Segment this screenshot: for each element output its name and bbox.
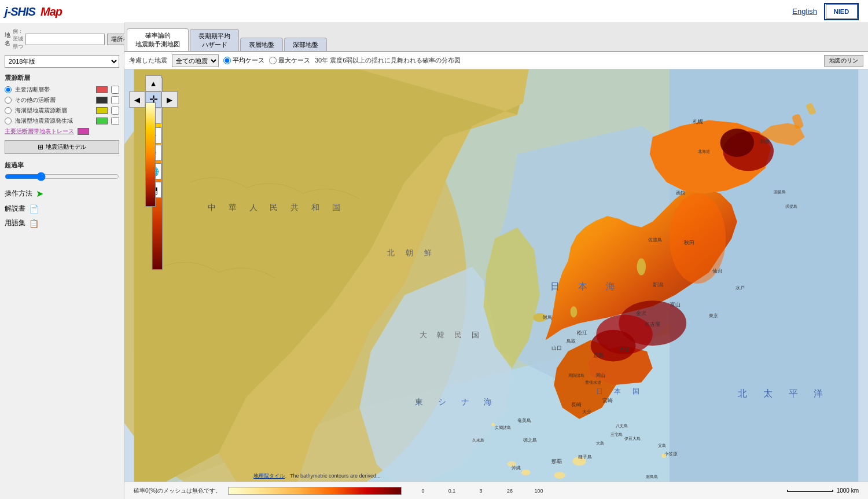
place-input[interactable] xyxy=(25,34,105,45)
svg-point-17 xyxy=(554,472,565,479)
svg-text:大阪: 大阪 xyxy=(619,347,630,353)
how-to-use-link[interactable]: 操作方法 ➤ xyxy=(5,186,119,201)
max-case-input[interactable] xyxy=(269,57,277,64)
svg-text:中　華　人　民　共　和　国: 中 華 人 民 共 和 国 xyxy=(208,203,343,212)
logo-text: j-SHIS Map xyxy=(5,4,62,19)
fault-section-label: 震源断層 xyxy=(5,74,119,82)
fault-check-main[interactable] xyxy=(111,86,119,94)
fault-color-trench-fault xyxy=(96,107,108,114)
svg-text:択捉島: 択捉島 xyxy=(785,204,797,209)
map-canvas: 中 華 人 民 共 和 国 北 朝 鮮 大 韓 民 国 日 本 海 東 シ ナ … xyxy=(124,69,868,499)
fault-trace-link[interactable]: 主要活断層帯地表トレース xyxy=(5,127,74,135)
svg-text:佐渡島: 佐渡島 xyxy=(648,237,662,243)
glossary-icon: 📋 xyxy=(29,219,39,228)
svg-text:釧路: 釧路 xyxy=(760,139,770,144)
fault-color-other xyxy=(96,97,108,104)
fault-label-trench-fault: 海溝型地震震源断層 xyxy=(15,107,93,115)
svg-point-19 xyxy=(521,469,531,475)
tab-longterm[interactable]: 長期期平均 ハザード xyxy=(190,29,239,51)
svg-text:鳥取: 鳥取 xyxy=(566,339,576,344)
map-description: 30年 震度6弱以上の揺れに見舞われる確率の分布図 xyxy=(315,56,819,65)
exceedance-slider[interactable] xyxy=(5,172,119,181)
scale-label: 1000 km xyxy=(837,487,859,494)
fault-trace-item: 主要活断層帯地表トレース xyxy=(5,127,119,135)
logo-area: j-SHIS Map xyxy=(0,0,124,23)
fault-check-other[interactable] xyxy=(111,96,119,104)
manual-label: 解説書 xyxy=(5,204,25,214)
fault-radio-trench-zone[interactable] xyxy=(5,118,12,124)
fault-item-main: 主要活断層帯 xyxy=(5,86,119,94)
map-link-button[interactable]: 地図のリン xyxy=(824,55,863,67)
svg-text:南鳥島: 南鳥島 xyxy=(646,475,658,479)
case-radio-group: 平均ケース 最大ケース xyxy=(223,56,310,65)
svg-text:松江: 松江 xyxy=(577,330,587,336)
svg-text:長崎: 長崎 xyxy=(571,402,582,408)
svg-point-21 xyxy=(637,258,646,275)
cbl-3: 26 xyxy=(495,488,524,494)
tab-deep[interactable]: 深部地盤 xyxy=(284,38,327,51)
color-bar-note: 確率0(%)のメッシュは無色です。 xyxy=(134,487,221,495)
map-area[interactable]: 中 華 人 民 共 和 国 北 朝 鮮 大 韓 民 国 日 本 海 東 シ ナ … xyxy=(124,52,868,499)
fault-label-main: 主要活断層帯 xyxy=(15,86,93,94)
manual-link[interactable]: 解説書 📄 xyxy=(5,201,119,216)
pan-up-button[interactable]: ▲ xyxy=(145,75,161,91)
map-toolbar: 考慮した地震 全ての地震 平均ケース 最大ケース 30年 震度6弱以上の揺れに見… xyxy=(124,52,868,69)
fault-radio-main[interactable] xyxy=(5,86,12,93)
fault-color-main xyxy=(96,86,108,93)
svg-text:対馬: 対馬 xyxy=(543,315,552,320)
svg-text:広島: 広島 xyxy=(594,353,604,358)
quake-select[interactable]: 全ての地震 xyxy=(172,54,219,67)
svg-text:奄美島: 奄美島 xyxy=(517,418,531,423)
svg-text:日　本　国: 日 本 国 xyxy=(596,388,642,395)
color-gradient xyxy=(228,487,402,495)
svg-text:国後島: 国後島 xyxy=(774,190,786,194)
svg-text:八丈島: 八丈島 xyxy=(616,424,628,428)
tab-surface[interactable]: 表層地盤 xyxy=(240,38,283,51)
average-case-input[interactable] xyxy=(223,57,231,64)
fault-color-trench-zone xyxy=(96,118,108,124)
cbl-0: 0 xyxy=(409,488,437,494)
svg-text:日　本　海: 日 本 海 xyxy=(550,281,619,291)
scale-line xyxy=(787,490,833,492)
svg-text:父島: 父島 xyxy=(658,443,666,448)
max-case-radio[interactable]: 最大ケース xyxy=(269,56,310,65)
svg-text:山口: 山口 xyxy=(551,345,562,351)
fault-radio-other[interactable] xyxy=(5,97,12,104)
glossary-link[interactable]: 用語集 📋 xyxy=(5,216,119,230)
fault-check-trench-fault[interactable] xyxy=(111,107,119,115)
language-link[interactable]: English xyxy=(792,7,817,16)
manual-icon: 📄 xyxy=(29,204,39,214)
fault-item-trench-fault: 海溝型地震震源断層 xyxy=(5,107,119,115)
cbl-1: 0.1 xyxy=(437,488,466,494)
quake-label: 考慮した地震 xyxy=(129,56,167,65)
pan-right-button[interactable]: ▶ xyxy=(161,91,178,108)
svg-text:徳之島: 徳之島 xyxy=(523,438,537,443)
tab-hazard[interactable]: 確率論的 地震動予測地図 xyxy=(127,28,189,51)
fault-label-other: その他の活断層 xyxy=(15,96,93,104)
svg-text:名古屋: 名古屋 xyxy=(645,321,660,327)
fault-check-trench-zone[interactable] xyxy=(111,117,119,125)
sidebar: 地名 例：茨城県つ 場所を検索 2018年版 震源断層 主要活断層帯 その他の活… xyxy=(0,23,124,499)
attribution-link[interactable]: 地理院タイル xyxy=(253,472,285,480)
cbl-4: 100 xyxy=(524,488,553,494)
tab-bar: 確率論的 地震動予測地図 長期期平均 ハザード 表層地盤 深部地盤 xyxy=(124,23,868,52)
pan-left-button[interactable]: ◀ xyxy=(129,91,145,108)
svg-text:大分: 大分 xyxy=(582,409,591,414)
svg-text:大　韓　民　国: 大 韓 民 国 xyxy=(420,331,480,339)
activity-model-button[interactable]: ⊞ 地震活動モデル xyxy=(5,140,119,154)
svg-text:大島: 大島 xyxy=(596,441,604,445)
svg-text:函館: 函館 xyxy=(676,190,685,196)
svg-text:北　朝　鮮: 北 朝 鮮 xyxy=(387,249,433,257)
svg-text:北　太　平　洋: 北 太 平 洋 xyxy=(738,388,826,398)
average-case-radio[interactable]: 平均ケース xyxy=(223,56,264,65)
svg-text:伊豆大島: 伊豆大島 xyxy=(624,436,641,441)
svg-point-13 xyxy=(720,129,754,157)
color-bar-labels: 0 0.1 3 26 100 xyxy=(409,488,553,494)
fault-radio-trench-fault[interactable] xyxy=(5,107,12,114)
svg-text:北海道: 北海道 xyxy=(698,149,710,153)
svg-text:水戸: 水戸 xyxy=(735,285,745,291)
place-example: 例：茨城県つ xyxy=(13,28,23,50)
version-select[interactable]: 2018年版 xyxy=(5,55,119,68)
nied-logo: NIED xyxy=(824,3,859,20)
glossary-label: 用語集 xyxy=(5,218,25,228)
